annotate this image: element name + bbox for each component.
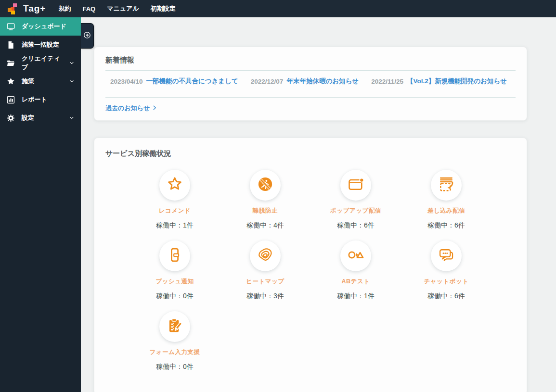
sidebar-item-label: レポート	[22, 95, 47, 104]
sidebar-item[interactable]: 施策一括設定	[0, 36, 81, 54]
chevron-down-icon	[69, 115, 75, 121]
push-notification-icon	[166, 246, 183, 266]
sidebar-collapse-button[interactable]	[81, 23, 94, 49]
service-label: 離脱防止	[253, 207, 278, 215]
service-icon-button[interactable]	[340, 170, 371, 201]
service-item: 差し込み配信 稼働中：6件	[401, 170, 491, 230]
service-label: プッシュ通知	[155, 278, 194, 286]
service-active-count: 稼働中：1件	[337, 292, 375, 301]
recommend-star-icon	[166, 176, 183, 195]
service-label: フォーム入力支援	[150, 348, 200, 356]
news-date: 2022/11/25	[371, 78, 403, 85]
chevron-down-icon	[69, 78, 75, 84]
service-icon-button[interactable]	[431, 170, 462, 201]
folder-icon	[6, 59, 15, 68]
navbar-menu-item-規約[interactable]: 規約	[58, 4, 71, 13]
app-title: Tag+	[23, 3, 46, 14]
service-active-count: 稼働中：6件	[427, 221, 465, 230]
navbar-menu-item-FAQ[interactable]: FAQ	[82, 5, 95, 13]
chatbot-icon	[438, 246, 455, 266]
chevron-down-icon	[69, 60, 75, 66]
news-date: 2023/04/10	[110, 78, 143, 85]
service-icon-button[interactable]	[159, 311, 190, 342]
popup-delivery-icon	[347, 176, 364, 195]
top-navbar: Tag+ 規約FAQマニュアル初期設定	[0, 0, 556, 17]
service-active-count: 稼働中：4件	[246, 221, 284, 230]
service-item: レコメンド 稼働中：1件	[129, 170, 220, 230]
service-label: チャットボット	[424, 278, 468, 286]
past-news-link[interactable]: 過去のお知らせ	[105, 104, 157, 113]
service-label: レコメンド	[159, 207, 191, 215]
service-active-count: 稼働中：3件	[246, 292, 284, 301]
divider	[105, 97, 516, 98]
exit-prevention-icon	[257, 176, 274, 195]
service-icon-button[interactable]	[159, 240, 190, 271]
app-logo[interactable]: Tag+	[8, 2, 46, 15]
news-row: 2023/04/10 一部機能の不具合につきまして 2022/12/07 年末年…	[105, 71, 516, 92]
service-label: ポップアップ配信	[330, 207, 381, 215]
service-label: 差し込み配信	[427, 207, 465, 215]
news-link[interactable]: 【Vol.2】新規機能開発のお知らせ	[407, 77, 507, 86]
service-item: チャットボット 稼働中：6件	[401, 240, 491, 301]
service-icon-button[interactable]	[431, 240, 462, 271]
sidebar-item-label: 設定	[22, 114, 34, 122]
service-item: 離脱防止 稼働中：4件	[220, 170, 310, 230]
news-date: 2022/12/07	[251, 78, 284, 85]
sidebar-item[interactable]: レポート	[0, 90, 81, 109]
form-assist-icon	[166, 317, 183, 336]
service-item: ヒートマップ 稼働中：3件	[220, 240, 310, 301]
monitor-icon	[6, 22, 15, 31]
service-item: プッシュ通知 稼働中：0件	[129, 240, 220, 301]
heatmap-icon	[257, 246, 274, 266]
sidebar-item-label: ダッシュボード	[22, 22, 66, 31]
news-item: 2022/11/25 【Vol.2】新規機能開発のお知らせ	[371, 77, 507, 86]
service-icon-button[interactable]	[340, 240, 371, 271]
services-card: サービス別稼働状況 レコメンド 稼働中：1件 離脱防止 稼働中：4件 ポップアッ…	[94, 138, 527, 392]
ab-test-icon	[347, 246, 364, 266]
past-news-label: 過去のお知らせ	[105, 104, 150, 113]
sidebar-item-label: 施策一括設定	[22, 40, 59, 49]
service-item: ポップアップ配信 稼働中：6件	[310, 170, 401, 230]
service-icon-button[interactable]	[250, 240, 281, 271]
service-item: フォーム入力支援 稼働中：0件	[129, 311, 220, 371]
collapse-left-icon	[83, 31, 91, 41]
navbar-menu-item-マニュアル[interactable]: マニュアル	[107, 4, 139, 13]
service-active-count: 稼働中：6件	[427, 292, 465, 301]
service-icon-button[interactable]	[250, 170, 281, 201]
news-item: 2023/04/10 一部機能の不具合につきまして	[110, 77, 238, 86]
sidebar-item[interactable]: クリエイティブ	[0, 54, 81, 72]
bar-chart-icon	[6, 95, 15, 104]
sidebar-item[interactable]: 設定	[0, 109, 81, 127]
news-link[interactable]: 一部機能の不具合につきまして	[146, 77, 238, 86]
document-icon	[6, 40, 15, 50]
logo-squares-icon	[8, 2, 19, 15]
service-active-count: 稼働中：6件	[337, 221, 375, 230]
news-card-title: 新着情報	[105, 56, 516, 65]
main-content: 新着情報 2023/04/10 一部機能の不具合につきまして 2022/12/0…	[81, 17, 556, 392]
sidebar-item-label: 施策	[22, 77, 34, 86]
sidebar-item[interactable]: ダッシュボード	[0, 17, 81, 36]
service-active-count: 稼働中：0件	[156, 363, 194, 371]
service-label: ABテスト	[342, 278, 370, 286]
sidebar-item-label: クリエイティブ	[22, 54, 63, 72]
service-active-count: 稼働中：1件	[156, 221, 194, 230]
service-item: ABテスト 稼働中：1件	[310, 240, 401, 301]
sidebar-item[interactable]: 施策	[0, 72, 81, 90]
service-icon-button[interactable]	[159, 170, 190, 201]
sidebar: ダッシュボード 施策一括設定 クリエイティブ 施策 レポート 設定	[0, 17, 81, 392]
navbar-menu-item-初期設定[interactable]: 初期設定	[151, 4, 176, 13]
navbar-menu: 規約FAQマニュアル初期設定	[58, 4, 175, 13]
news-item: 2022/12/07 年末年始休暇のお知らせ	[251, 77, 359, 86]
star-icon	[6, 77, 15, 86]
news-link[interactable]: 年末年始休暇のお知らせ	[286, 77, 359, 86]
services-grid: レコメンド 稼働中：1件 離脱防止 稼働中：4件 ポップアップ配信 稼働中：6件…	[105, 170, 516, 371]
news-card: 新着情報 2023/04/10 一部機能の不具合につきまして 2022/12/0…	[94, 47, 527, 121]
services-card-title: サービス別稼働状況	[105, 149, 516, 158]
gear-icon	[6, 114, 15, 123]
service-active-count: 稼働中：0件	[156, 292, 194, 301]
chevron-right-icon	[152, 105, 157, 112]
insert-delivery-icon	[438, 176, 455, 195]
service-label: ヒートマップ	[246, 278, 284, 286]
